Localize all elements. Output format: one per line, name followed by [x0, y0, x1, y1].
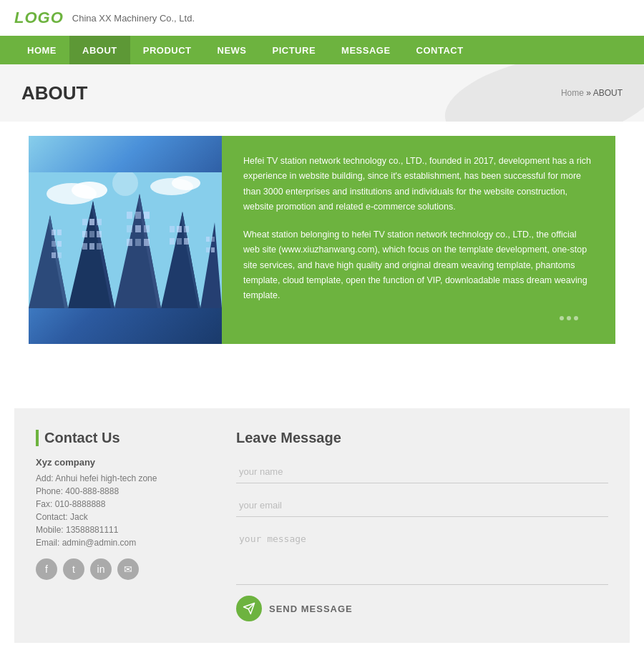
- message-textarea[interactable]: [236, 528, 608, 585]
- svg-point-4: [172, 176, 200, 190]
- about-paragraph-2: Wheat station belonging to hefei TV stat…: [243, 227, 594, 303]
- linkedin-icon[interactable]: in: [90, 558, 112, 580]
- watermark: https://www.huzhan.com/ishop27193: [0, 643, 644, 655]
- nav-about[interactable]: ABOUT: [69, 36, 130, 64]
- email-icon[interactable]: ✉: [117, 558, 139, 580]
- nav-picture[interactable]: PICTURE: [260, 36, 329, 64]
- contact-phone: Phone: 400-888-8888: [36, 486, 215, 496]
- nav-message[interactable]: MESSAGE: [328, 36, 404, 64]
- svg-rect-26: [127, 212, 132, 219]
- breadcrumb-current: ABOUT: [593, 88, 623, 98]
- contact-info: Contact Us Xyz company Add: Anhui hefei …: [36, 430, 215, 621]
- wave-dot-1: [560, 316, 564, 320]
- svg-rect-39: [184, 226, 189, 232]
- svg-rect-41: [177, 238, 182, 245]
- svg-rect-20: [97, 231, 102, 237]
- contact-address: Add: Anhui hefei high-tech zone: [36, 473, 215, 483]
- svg-rect-8: [57, 230, 62, 235]
- wave-dot-3: [574, 316, 578, 320]
- svg-rect-7: [52, 230, 56, 235]
- breadcrumb: Home » ABOUT: [561, 88, 623, 98]
- svg-rect-38: [177, 226, 182, 232]
- send-button[interactable]: SEND MESSAGE: [236, 596, 353, 621]
- message-form: Leave Message SEND MESSAGE: [236, 430, 608, 621]
- wave-dot-2: [567, 316, 571, 320]
- twitter-icon[interactable]: t: [63, 558, 84, 580]
- svg-rect-42: [184, 238, 189, 245]
- contact-person: Contact: Jack: [36, 512, 215, 522]
- about-image: [29, 136, 222, 344]
- svg-rect-23: [97, 243, 102, 250]
- svg-rect-32: [127, 239, 132, 246]
- svg-rect-16: [89, 219, 94, 225]
- svg-rect-44: [206, 237, 210, 242]
- svg-rect-28: [144, 212, 150, 219]
- footer-wrapper: Contact Us Xyz company Add: Anhui hefei …: [0, 408, 644, 643]
- nav-news[interactable]: NEWS: [205, 36, 260, 64]
- contact-email: Email: admin@admin.com: [36, 538, 215, 548]
- wave-dots-decoration: [243, 316, 594, 326]
- page-title-area: ABOUT Home » ABOUT: [0, 64, 644, 122]
- svg-rect-9: [52, 241, 56, 247]
- svg-rect-19: [89, 231, 94, 237]
- nav-home[interactable]: HOME: [14, 36, 69, 64]
- send-icon: [236, 596, 262, 621]
- company-name: China XX Machinery Co., Ltd.: [72, 13, 195, 24]
- spacer: [0, 351, 644, 408]
- navigation: HOME ABOUT PRODUCT NEWS PICTURE MESSAGE …: [0, 36, 644, 64]
- svg-rect-15: [82, 219, 87, 225]
- footer-section: Contact Us Xyz company Add: Anhui hefei …: [14, 408, 630, 643]
- send-label: SEND MESSAGE: [269, 604, 353, 614]
- contact-mobile: Mobile: 13588881111: [36, 525, 215, 535]
- name-input[interactable]: [236, 461, 608, 483]
- svg-rect-21: [82, 243, 87, 250]
- page-title: ABOUT: [21, 82, 87, 104]
- svg-rect-10: [57, 241, 62, 247]
- about-paragraph-1: Hefei TV station network technology co.,…: [243, 154, 594, 215]
- email-input[interactable]: [236, 494, 608, 517]
- svg-rect-12: [57, 252, 62, 258]
- form-title: Leave Message: [236, 430, 608, 446]
- svg-rect-30: [135, 225, 141, 232]
- svg-rect-11: [52, 252, 56, 258]
- svg-rect-45: [211, 237, 215, 242]
- social-icons: f t in ✉: [36, 558, 215, 580]
- contact-company: Xyz company: [36, 457, 215, 468]
- svg-rect-17: [97, 219, 102, 225]
- svg-rect-33: [135, 239, 141, 246]
- svg-rect-37: [170, 226, 175, 232]
- svg-rect-40: [170, 238, 175, 245]
- svg-rect-18: [82, 231, 87, 237]
- breadcrumb-separator: »: [586, 88, 592, 98]
- svg-rect-46: [206, 247, 210, 252]
- contact-fax: Fax: 010-8888888: [36, 499, 215, 509]
- contact-title: Contact Us: [36, 430, 215, 446]
- svg-point-2: [72, 182, 107, 199]
- svg-rect-31: [144, 225, 150, 232]
- nav-product[interactable]: PRODUCT: [130, 36, 205, 64]
- about-section: Hefei TV station network technology co.,…: [0, 122, 644, 351]
- svg-rect-22: [89, 243, 94, 250]
- about-text: Hefei TV station network technology co.,…: [222, 136, 615, 344]
- breadcrumb-home[interactable]: Home: [561, 88, 584, 98]
- logo: LOGO: [14, 9, 64, 27]
- svg-rect-34: [144, 239, 150, 246]
- header: LOGO China XX Machinery Co., Ltd.: [0, 0, 644, 36]
- facebook-icon[interactable]: f: [36, 558, 57, 580]
- svg-rect-27: [135, 212, 141, 219]
- about-box: Hefei TV station network technology co.,…: [29, 136, 615, 344]
- svg-rect-29: [127, 225, 132, 232]
- svg-rect-47: [211, 247, 215, 252]
- nav-contact[interactable]: CONTACT: [404, 36, 477, 64]
